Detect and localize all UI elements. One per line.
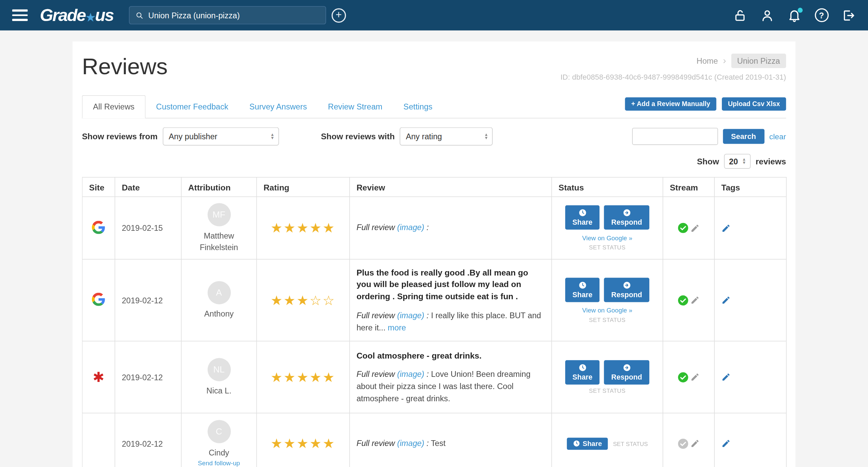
search-input[interactable] xyxy=(148,11,320,20)
image-link[interactable]: (image) xyxy=(397,223,424,232)
publisher-select[interactable]: Any publisher ▲▼ xyxy=(163,127,279,146)
set-status-link[interactable]: SET STATUS xyxy=(558,316,656,323)
stream-edit-icon[interactable] xyxy=(690,439,700,448)
tab-customer-feedback[interactable]: Customer Feedback xyxy=(145,96,239,118)
tab-settings[interactable]: Settings xyxy=(393,96,443,118)
tab-survey-answers[interactable]: Survey Answers xyxy=(239,96,317,118)
avatar: MF xyxy=(207,203,231,227)
reviewer-name: Anthony xyxy=(188,308,250,319)
share-button[interactable]: Share xyxy=(565,360,599,385)
tags-edit-icon[interactable] xyxy=(721,296,779,305)
star-rating: ★★★☆☆ xyxy=(263,292,342,308)
send-follow-up-link[interactable]: Send follow-up xyxy=(198,460,240,467)
respond-button[interactable]: Respond xyxy=(604,205,649,230)
stream-active-check-icon[interactable] xyxy=(677,371,689,383)
tags-edit-icon[interactable] xyxy=(721,372,779,382)
search-filter-group: Search clear xyxy=(632,128,786,145)
navbar-icons: ? xyxy=(733,8,856,22)
page-size-select[interactable]: 20 ▲▼ xyxy=(724,154,750,169)
tags-edit-icon[interactable] xyxy=(721,439,779,448)
business-search-box[interactable] xyxy=(129,6,326,24)
colon: : xyxy=(427,439,429,447)
review-title: Cool atmosphere - great drinks. xyxy=(356,349,545,362)
stream-edit-icon[interactable] xyxy=(690,296,700,305)
select-arrows-icon: ▲▼ xyxy=(270,133,274,140)
arrow-right-circle-icon xyxy=(623,209,631,217)
user-icon[interactable] xyxy=(760,8,774,22)
share-button[interactable]: Share xyxy=(565,278,599,302)
hamburger-menu-icon[interactable] xyxy=(12,9,28,21)
keyword-search-input[interactable] xyxy=(632,128,718,145)
filters-row: Show reviews from Any publisher ▲▼ Show … xyxy=(82,127,786,146)
share-button[interactable]: Share xyxy=(567,438,608,450)
lock-icon[interactable] xyxy=(733,8,747,22)
select-arrows-icon: ▲▼ xyxy=(742,158,746,165)
add-review-manually-button[interactable]: + Add a Review Manually xyxy=(625,97,716,110)
avatar-initials: A xyxy=(216,288,222,298)
full-review-label: Full review xyxy=(356,439,395,447)
stream-inactive-check-icon[interactable] xyxy=(677,438,689,449)
breadcrumb: Home › Union Pizza xyxy=(560,54,786,68)
set-status-link[interactable]: SET STATUS xyxy=(613,440,648,447)
tab-review-stream[interactable]: Review Stream xyxy=(317,96,393,118)
clear-link[interactable]: clear xyxy=(769,132,786,141)
respond-button[interactable]: Respond xyxy=(604,278,649,302)
respond-button[interactable]: Respond xyxy=(604,360,649,385)
avatar: A xyxy=(207,281,231,304)
full-review-line: Full review (image) : xyxy=(356,222,545,234)
stream-active-check-icon[interactable] xyxy=(677,222,689,234)
tab-all-reviews[interactable]: All Reviews xyxy=(82,95,146,119)
breadcrumb-home-link[interactable]: Home xyxy=(696,57,718,65)
avatar: NL xyxy=(207,358,231,381)
more-link[interactable]: more xyxy=(388,323,406,332)
upload-csv-button[interactable]: Upload Csv Xlsx xyxy=(722,97,786,110)
full-review-line: Full review (image) : Test xyxy=(356,438,545,450)
table-row: ✱ 2019-02-12 NL Nica L. ★★★★★ Cool atmos… xyxy=(82,341,786,413)
column-header-date: Date xyxy=(115,177,181,197)
tags-edit-icon[interactable] xyxy=(721,223,779,233)
share-label: Share xyxy=(572,373,592,381)
status-buttons: Share Respond xyxy=(558,360,656,385)
breadcrumb-area: Home › Union Pizza ID: dbfe0858-6938-40c… xyxy=(560,54,786,81)
star-rating: ★★★★★ xyxy=(263,369,342,385)
image-link[interactable]: (image) xyxy=(397,370,424,379)
top-navbar: Grade ★ us + ? xyxy=(0,0,868,31)
search-button[interactable]: Search xyxy=(723,129,764,144)
avatar-initials: MF xyxy=(213,210,225,220)
table-row: 2019-02-12 C Cindy Send follow-up ★★★★★ … xyxy=(82,413,786,467)
full-review-label: Full review xyxy=(356,223,395,232)
help-icon[interactable]: ? xyxy=(814,8,829,22)
image-link[interactable]: (image) xyxy=(397,439,424,447)
logo-star-icon: ★ xyxy=(86,7,94,24)
rating-select[interactable]: Any rating ▲▼ xyxy=(400,127,493,146)
notifications-bell-icon[interactable] xyxy=(787,8,802,22)
review-date: 2019-02-12 xyxy=(115,341,181,413)
share-label: Share xyxy=(572,218,592,226)
stream-edit-icon[interactable] xyxy=(690,372,700,382)
add-business-icon[interactable]: + xyxy=(332,8,346,22)
logout-icon[interactable] xyxy=(842,8,856,22)
share-button[interactable]: Share xyxy=(565,205,599,230)
colon: : xyxy=(427,370,429,379)
publisher-select-value: Any publisher xyxy=(169,132,217,141)
select-arrows-icon: ▲▼ xyxy=(484,133,488,140)
reviews-table: Site Date Attribution Rating Review Stat… xyxy=(82,177,787,467)
clock-icon xyxy=(578,364,587,372)
show-reviews-with-label: Show reviews with xyxy=(321,132,395,141)
grade-us-logo[interactable]: Grade ★ us xyxy=(40,5,114,25)
stream-active-check-icon[interactable] xyxy=(677,295,689,306)
viewport: Grade ★ us + ? Reviews xyxy=(0,0,868,467)
reviews-label: reviews xyxy=(755,157,786,166)
yelp-icon: ✱ xyxy=(93,369,104,385)
stream-edit-icon[interactable] xyxy=(690,223,700,233)
image-link[interactable]: (image) xyxy=(397,311,424,320)
view-on-google-link[interactable]: View on Google » xyxy=(558,235,656,241)
view-on-google-link[interactable]: View on Google » xyxy=(558,307,656,313)
status-buttons: Share Respond xyxy=(558,278,656,302)
set-status-link[interactable]: SET STATUS xyxy=(558,244,656,251)
column-header-stream: Stream xyxy=(663,177,714,197)
respond-label: Respond xyxy=(611,373,642,381)
set-status-link[interactable]: SET STATUS xyxy=(558,387,656,394)
notification-badge xyxy=(798,7,803,13)
clock-icon xyxy=(578,281,587,289)
